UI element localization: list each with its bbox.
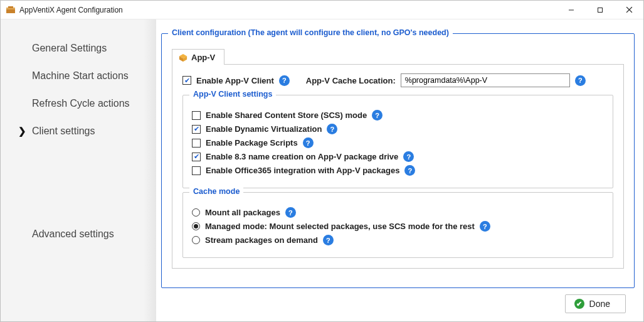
option-label: Enable Office365 integration with App-V … (206, 166, 399, 175)
sidebar-item-refresh-cycle-actions[interactable]: Refresh Cycle actions (1, 90, 156, 117)
window-controls (557, 1, 643, 19)
checkbox-office365-integration[interactable]: ✔ (192, 166, 201, 175)
sidebar-item-machine-start-actions[interactable]: Machine Start actions (1, 62, 156, 90)
tab-app-v[interactable]: App-V (172, 49, 224, 65)
help-icon[interactable]: ? (372, 110, 383, 121)
help-icon[interactable]: ? (323, 235, 334, 245)
help-icon[interactable]: ? (575, 75, 586, 86)
help-icon[interactable]: ? (303, 137, 314, 148)
window-body: General Settings Machine Start actions R… (1, 19, 643, 321)
group-title: Client configuration (The agent will con… (168, 28, 453, 37)
group-title: App-V Client settings (189, 90, 276, 99)
sidebar-item-label: General Settings (32, 43, 107, 54)
sidebar-item-label: Machine Start actions (32, 70, 129, 82)
option-label: Mount all packages (205, 208, 280, 217)
help-icon[interactable]: ? (285, 207, 296, 218)
option-label: Enable Shared Content Store (SCS) mode (206, 110, 367, 120)
help-icon[interactable]: ? (404, 165, 415, 176)
client-configuration-group: Client configuration (The agent will con… (161, 33, 635, 288)
option-label: Stream packages on demand (205, 235, 318, 245)
checkbox-83-name-creation[interactable]: ✔ (192, 153, 201, 161)
sidebar-item-client-settings[interactable]: ❯Client settings (1, 117, 156, 145)
option-label: Managed mode: Mount selected packages, u… (205, 222, 475, 231)
enable-appv-checkbox[interactable]: ✔ (182, 76, 191, 85)
radio-managed-mode[interactable] (192, 222, 200, 230)
checkbox-package-scripts[interactable]: ✔ (192, 139, 201, 148)
sidebar: General Settings Machine Start actions R… (1, 19, 156, 321)
checkbox-scs-mode[interactable]: ✔ (192, 111, 201, 120)
check-circle-icon: ✔ (574, 299, 584, 309)
maximize-button[interactable] (586, 1, 615, 19)
svg-rect-2 (8, 6, 13, 8)
help-icon[interactable]: ? (327, 124, 337, 134)
radio-stream-on-demand[interactable] (192, 236, 200, 244)
window-title: AppVentiX Agent Configuration (19, 6, 557, 14)
sidebar-item-label: Advanced settings (32, 228, 114, 240)
tab-panel: ✔ Enable App-V Client ? App-V Cache Loca… (172, 64, 624, 269)
radio-mount-all[interactable] (192, 208, 200, 217)
minimize-button[interactable] (557, 1, 586, 19)
cache-location-input[interactable] (401, 73, 570, 87)
help-icon[interactable]: ? (279, 75, 290, 86)
checkbox-dynamic-virtualization[interactable]: ✔ (192, 125, 201, 134)
titlebar: AppVentiX Agent Configuration (1, 1, 643, 19)
sidebar-item-advanced-settings[interactable]: Advanced settings (1, 220, 156, 248)
app-window: AppVentiX Agent Configuration General Se… (0, 0, 644, 322)
main-panel: Client configuration (The agent will con… (156, 19, 643, 321)
sidebar-item-label: Client settings (32, 126, 95, 137)
sidebar-item-label: Refresh Cycle actions (32, 98, 130, 109)
sidebar-item-general-settings[interactable]: General Settings (1, 35, 156, 62)
cache-mode-group: Cache mode Mount all packages? Managed m… (182, 192, 613, 258)
done-button[interactable]: ✔ Done (565, 294, 626, 313)
svg-rect-4 (598, 8, 603, 12)
close-button[interactable] (615, 1, 643, 19)
app-icon (6, 5, 16, 15)
option-label: Enable Package Scripts (206, 138, 298, 148)
client-settings-group: App-V Client settings ✔Enable Shared Con… (182, 95, 613, 188)
cache-location-label: App-V Cache Location: (306, 76, 396, 85)
enable-row: ✔ Enable App-V Client ? App-V Cache Loca… (182, 73, 613, 87)
option-label: Enable 8.3 name creation on App-V packag… (206, 152, 398, 161)
help-icon[interactable]: ? (403, 151, 414, 162)
caret-icon: ❯ (18, 126, 26, 137)
footer: ✔ Done (161, 288, 635, 315)
done-label: Done (589, 299, 610, 309)
tab-label: App-V (191, 53, 215, 62)
help-icon[interactable]: ? (480, 221, 490, 232)
option-label: Enable Dynamic Virtualization (206, 124, 322, 134)
package-icon (179, 53, 187, 62)
group-title: Cache mode (189, 187, 243, 196)
tab-bar: App-V (172, 49, 624, 65)
enable-appv-label: Enable App-V Client (196, 76, 274, 85)
